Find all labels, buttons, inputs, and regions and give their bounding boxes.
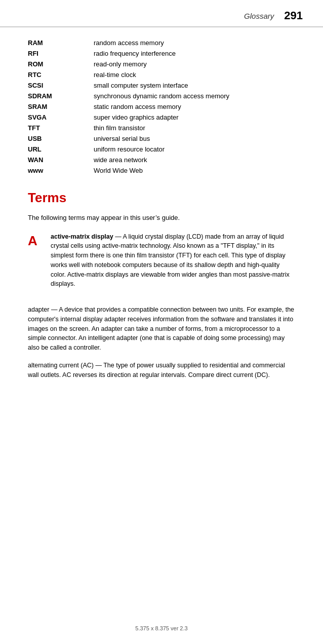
glossary-definition-9: universal serial bus	[94, 135, 150, 142]
glossary-definition-10: uniform resource locator	[94, 145, 165, 153]
page-number: 291	[284, 9, 303, 22]
term-separator-3: —	[95, 362, 103, 369]
glossary-row: SCSIsmall computer system interface	[28, 80, 295, 91]
glossary-row: SRAMstatic random access memory	[28, 101, 295, 112]
page-container: Glossary 291 RAMrandom access memoryRFIr…	[0, 0, 323, 644]
glossary-definition-7: super video graphics adapter	[94, 113, 179, 121]
glossary-term-scsi: SCSI	[28, 82, 94, 89]
term-entry-active-matrix: active-matrix display — A liquid crystal…	[51, 232, 295, 289]
glossary-table: RAMrandom access memoryRFIradio frequenc…	[28, 37, 295, 176]
glossary-definition-3: real-time clock	[94, 71, 136, 79]
footer-text: 5.375 x 8.375 ver 2.3	[135, 625, 187, 631]
glossary-term-www: www	[28, 167, 94, 174]
term-name-ac: alternating current (AC)	[28, 362, 94, 369]
page-header: Glossary 291	[0, 0, 323, 27]
content-area: RAMrandom access memoryRFIradio frequenc…	[0, 27, 323, 408]
glossary-term-sram: SRAM	[28, 103, 94, 110]
term-body-ac-italic: direct current (DC)	[216, 371, 268, 378]
glossary-definition-1: radio frequency interference	[94, 50, 176, 57]
glossary-term-svga: SVGA	[28, 113, 94, 121]
glossary-definition-0: random access memory	[94, 39, 164, 47]
glossary-row: RFIradio frequency interference	[28, 48, 295, 59]
term-separator-1: —	[115, 233, 123, 240]
glossary-row: RAMrandom access memory	[28, 37, 295, 48]
term-entry-adapter: adapter — A device that provides a compa…	[28, 305, 295, 353]
term-body-ac-end: .	[268, 371, 269, 378]
glossary-term-rom: ROM	[28, 60, 94, 68]
glossary-term-wan: WAN	[28, 156, 94, 164]
glossary-definition-5: synchronous dynamic random access memory	[94, 92, 229, 100]
glossary-definition-12: World Wide Web	[94, 167, 143, 174]
term-name-adapter: adapter	[28, 306, 49, 313]
glossary-row: SDRAMsynchronous dynamic random access m…	[28, 91, 295, 101]
glossary-definition-2: read-only memory	[94, 60, 147, 68]
terms-list-a: active-matrix display — A liquid crystal…	[51, 232, 295, 297]
glossary-term-sdram: SDRAM	[28, 92, 94, 100]
header-right: Glossary 291	[244, 9, 303, 22]
glossary-definition-4: small computer system interface	[94, 82, 188, 89]
glossary-term-tft: TFT	[28, 124, 94, 132]
glossary-row: USBuniversal serial bus	[28, 133, 295, 144]
page-footer: 5.375 x 8.375 ver 2.3	[0, 625, 323, 631]
glossary-row: ROMread-only memory	[28, 59, 295, 69]
term-entry-alternating-current: alternating current (AC) — The type of p…	[28, 361, 295, 380]
glossary-row: URLuniform resource locator	[28, 144, 295, 155]
glossary-term-rfi: RFI	[28, 50, 94, 57]
glossary-definition-11: wide area network	[94, 156, 147, 164]
term-body-adapter: A device that provides a compatible conn…	[28, 306, 294, 351]
glossary-row: RTCreal-time clock	[28, 69, 295, 80]
terms-heading: Terms	[28, 190, 295, 206]
glossary-definition-6: static random access memory	[94, 103, 181, 110]
term-name-active-matrix: active-matrix display	[51, 233, 113, 240]
glossary-row: wwwWorld Wide Web	[28, 165, 295, 176]
glossary-definition-8: thin film transistor	[94, 124, 145, 132]
terms-intro: The following terms may appear in this u…	[28, 213, 295, 223]
letter-a-section: A active-matrix display — A liquid cryst…	[28, 232, 295, 297]
glossary-term-usb: USB	[28, 135, 94, 142]
terms-section: Terms The following terms may appear in …	[28, 190, 295, 380]
glossary-row: WANwide area network	[28, 155, 295, 165]
letter-a-label: A	[28, 232, 51, 249]
section-title: Glossary	[244, 12, 274, 20]
glossary-term-ram: RAM	[28, 39, 94, 47]
glossary-term-rtc: RTC	[28, 71, 94, 79]
term-body-active-matrix: A liquid crystal display (LCD) made from…	[51, 233, 290, 288]
glossary-term-url: URL	[28, 145, 94, 153]
glossary-row: SVGAsuper video graphics adapter	[28, 112, 295, 123]
term-separator-2: —	[51, 306, 59, 313]
glossary-row: TFTthin film transistor	[28, 123, 295, 133]
